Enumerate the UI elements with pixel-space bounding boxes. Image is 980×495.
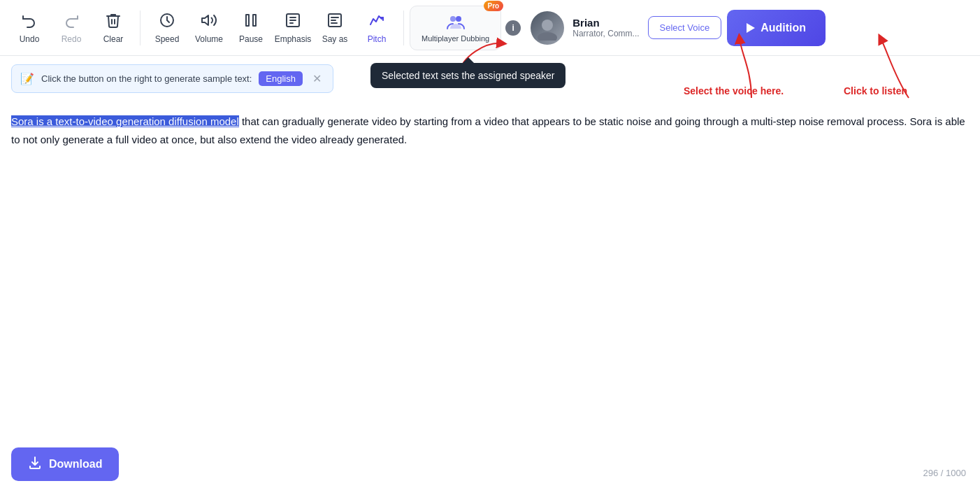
volume-icon: [201, 12, 217, 31]
download-button[interactable]: Download: [11, 447, 119, 481]
select-voice-annotation: Select the voice here.: [684, 85, 784, 96]
voice-description: Narrator, Comm...: [572, 29, 639, 38]
sample-bar: 📝 Click the button on the right to gener…: [11, 64, 333, 93]
svg-point-7: [456, 16, 461, 22]
divider-2: [403, 10, 404, 45]
audition-button[interactable]: Audition: [727, 10, 826, 46]
play-icon: [747, 23, 755, 33]
toolbar: Undo Redo Clear: [0, 0, 980, 56]
svg-rect-3: [253, 15, 256, 26]
say-as-icon: [326, 12, 343, 31]
pause-icon: [243, 12, 259, 31]
download-icon: [28, 456, 42, 473]
emphasis-icon: [284, 12, 301, 31]
pitch-icon: [368, 12, 385, 31]
svg-rect-2: [246, 15, 249, 26]
volume-button[interactable]: Volume: [188, 8, 230, 48]
speed-button[interactable]: Speed: [146, 8, 188, 48]
multiplayer-icon: [446, 13, 466, 33]
click-to-listen-annotation: Click to listen: [844, 85, 907, 96]
divider-1: [140, 10, 140, 45]
speed-icon: [159, 12, 175, 31]
svg-marker-1: [202, 15, 208, 25]
avatar: [531, 11, 564, 45]
clear-button[interactable]: Clear: [92, 8, 134, 48]
pitch-button[interactable]: Pitch: [356, 8, 398, 48]
tooltip-popup: Selected text sets the assigned speaker: [370, 63, 565, 88]
redo-icon: [63, 12, 80, 31]
sample-text-label: Click the button on the right to generat…: [41, 73, 252, 84]
redo-button[interactable]: Redo: [50, 8, 92, 48]
svg-point-9: [538, 32, 557, 41]
undo-icon: [21, 12, 38, 31]
info-icon[interactable]: i: [505, 20, 521, 36]
close-sample-bar-button[interactable]: ✕: [310, 71, 324, 87]
selected-text: Sora is a text-to-video generation diffu…: [11, 115, 239, 127]
voice-info: Brian Narrator, Comm...: [572, 17, 639, 38]
language-badge: English: [259, 71, 303, 86]
editor-area[interactable]: Sora is a text-to-video generation diffu…: [0, 101, 980, 159]
voice-section: Brian Narrator, Comm... Select Voice: [531, 11, 721, 45]
select-voice-button[interactable]: Select Voice: [648, 16, 722, 39]
avatar-image: [531, 11, 564, 45]
clear-icon: [105, 12, 122, 31]
multiplayer-dubbing-button[interactable]: Pro Multiplayer Dubbing: [410, 6, 501, 50]
undo-button[interactable]: Undo: [8, 8, 50, 48]
say-as-button[interactable]: Say as: [314, 8, 356, 48]
svg-point-8: [542, 20, 553, 31]
emphasis-button[interactable]: Emphasis: [272, 8, 314, 48]
word-count: 296 / 1000: [923, 468, 966, 478]
sample-icon: 📝: [20, 72, 34, 85]
svg-point-6: [450, 16, 456, 22]
voice-name: Brian: [572, 17, 639, 29]
pro-badge: Pro: [484, 1, 504, 11]
pause-button[interactable]: Pause: [230, 8, 272, 48]
